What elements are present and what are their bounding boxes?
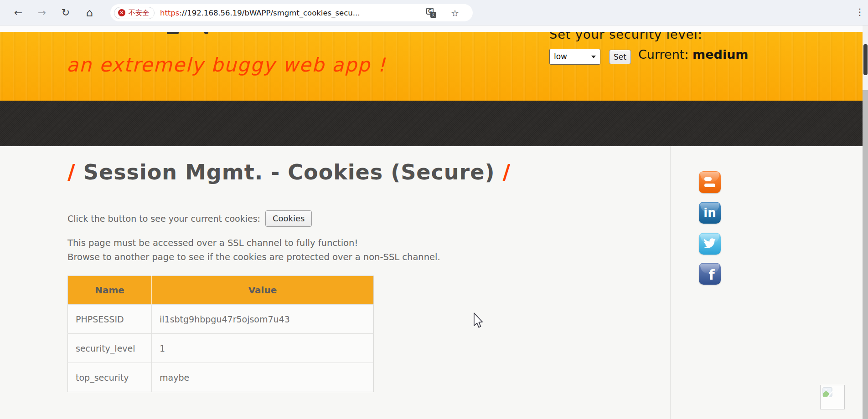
blogger-icon[interactable]: [699, 171, 721, 193]
cookie-value: maybe: [152, 363, 374, 392]
cookies-row: Click the button to see your current coo…: [67, 210, 312, 227]
scrollbar-thumb[interactable]: [863, 44, 868, 75]
title-slash: /: [502, 160, 511, 184]
cookies-prompt: Click the button to see your current coo…: [67, 214, 260, 224]
back-icon[interactable]: ←: [11, 6, 26, 20]
cookie-name: security_level: [68, 334, 152, 363]
reload-icon[interactable]: ↻: [58, 6, 73, 20]
set-security-button[interactable]: Set: [609, 50, 631, 64]
page-title-text: Session Mgmt. - Cookies (Secure): [83, 160, 495, 184]
content-divider: [670, 146, 671, 419]
browser-menu-icon[interactable]: ⋮: [854, 6, 865, 17]
not-secure-label: 不安全: [129, 9, 149, 17]
screen: ← → ↻ ⌂ × 不安全 https://192.168.56.19/bWAP…: [0, 0, 868, 419]
cookie-name: top_security: [68, 363, 152, 392]
cookies-button[interactable]: Cookies: [265, 210, 312, 227]
table-row: security_level 1: [68, 334, 374, 363]
title-slash: /: [67, 160, 76, 184]
url-rest: ://192.168.56.19/bWAPP/smgmt_cookies_sec…: [179, 9, 360, 17]
scrollbar-track[interactable]: [863, 26, 868, 419]
not-secure-badge-icon: ×: [118, 9, 125, 16]
home-icon[interactable]: ⌂: [82, 6, 97, 20]
current-level: Current: medium: [638, 47, 749, 61]
browser-toolbar: ← → ↻ ⌂ × 不安全 https://192.168.56.19/bWAP…: [0, 0, 868, 26]
twitter-icon[interactable]: [699, 233, 721, 255]
column-header-value: Value: [152, 276, 374, 305]
security-level-label: Set your security level:: [549, 32, 703, 41]
current-value: medium: [692, 47, 748, 61]
security-level-select[interactable]: low: [549, 49, 600, 65]
cookie-name: PHPSESSID: [68, 305, 152, 334]
translate-icon[interactable]: G 文: [426, 8, 436, 18]
current-label: Current:: [638, 47, 689, 61]
cookie-value: 1: [152, 334, 374, 363]
mouse-cursor-icon: [472, 312, 484, 328]
facebook-icon[interactable]: f: [699, 263, 721, 285]
main-content: / Session Mgmt. - Cookies (Secure) / Cli…: [0, 146, 863, 419]
security-level-selected-value: low: [554, 52, 567, 61]
column-header-name: Name: [68, 276, 152, 305]
linkedin-icon[interactable]: in: [699, 202, 721, 224]
table-row: top_security maybe: [68, 363, 374, 392]
broken-image-icon: [822, 387, 832, 397]
ssl-line-1: This page must be accessed over a SSL ch…: [67, 236, 440, 250]
table-header-row: Name Value: [68, 276, 374, 305]
cookies-table: Name Value PHPSESSID il1sbtg9hbpgu47r5oj…: [67, 276, 374, 392]
cookie-value: il1sbtg9hbpgu47r5ojsom7u43: [152, 305, 374, 334]
app-tagline: an extremely buggy web app !: [67, 54, 386, 76]
chevron-down-icon: [591, 56, 596, 58]
app-banner: an extremely buggy web app ! Set your se…: [0, 32, 863, 101]
url-text: https://192.168.56.19/bWAPP/smgmt_cookie…: [160, 9, 360, 17]
forward-icon[interactable]: →: [35, 6, 49, 20]
logo-remnant: [204, 32, 208, 34]
logo-remnant: [167, 32, 179, 34]
url-scheme: https: [160, 9, 179, 17]
page-top-strip: [0, 26, 863, 32]
ssl-info: This page must be accessed over a SSL ch…: [67, 236, 440, 264]
table-row: PHPSESSID il1sbtg9hbpgu47r5ojsom7u43: [68, 305, 374, 334]
ssl-line-2: Browse to another page to see if the coo…: [67, 250, 440, 264]
page-title: / Session Mgmt. - Cookies (Secure) /: [67, 160, 511, 184]
main-navbar: Bugs Change Password Create User Set Sec…: [0, 101, 863, 146]
bookmark-star-icon[interactable]: ☆: [451, 8, 459, 19]
broken-image: [820, 385, 845, 409]
address-bar[interactable]: × 不安全 https://192.168.56.19/bWAPP/smgmt_…: [110, 4, 473, 21]
not-secure-chip[interactable]: × 不安全: [114, 7, 155, 19]
